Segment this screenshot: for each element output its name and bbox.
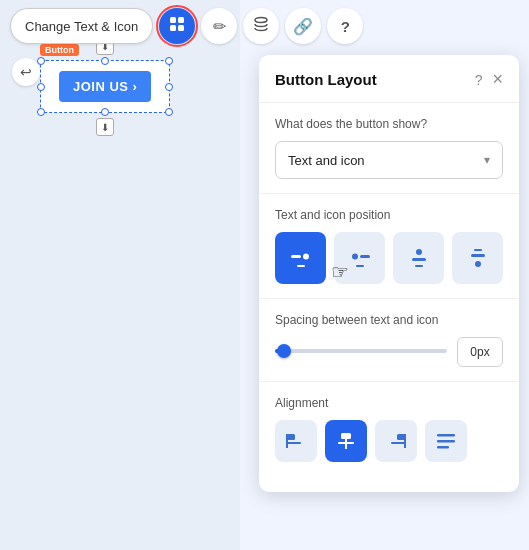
undo-button[interactable]: ↩ — [12, 58, 40, 86]
position-icon-right-button[interactable] — [275, 232, 326, 284]
spacing-row: 0px — [275, 337, 503, 367]
svg-rect-12 — [412, 258, 426, 261]
panel-header: Button Layout ? × — [259, 55, 519, 103]
help-button[interactable]: ? — [327, 8, 363, 44]
position-icon-top-button[interactable] — [393, 232, 444, 284]
svg-rect-1 — [178, 17, 184, 23]
position-label: Text and icon position — [275, 208, 503, 222]
panel-close-button[interactable]: × — [492, 69, 503, 90]
undo-icon: ↩ — [20, 64, 32, 80]
svg-rect-9 — [360, 255, 370, 258]
svg-point-8 — [352, 254, 358, 260]
canvas-button-inner: JOIN US › — [59, 71, 151, 102]
align-right-button[interactable] — [375, 420, 417, 462]
pen-icon: ✏ — [213, 17, 226, 36]
panel-header-icons: ? × — [475, 69, 503, 90]
layout-icon — [168, 15, 186, 37]
canvas-button[interactable]: ⬇ ⬇ JOIN US › — [40, 60, 170, 113]
svg-rect-18 — [287, 442, 301, 444]
panel-help-icon: ? — [475, 72, 483, 88]
svg-rect-26 — [437, 434, 455, 437]
spacing-slider[interactable] — [275, 349, 447, 355]
position-grid — [275, 232, 503, 284]
spacing-section: Spacing between text and icon 0px — [259, 299, 519, 382]
handle-ml — [37, 83, 45, 91]
link-icon: 🔗 — [293, 17, 313, 36]
spacing-label: Spacing between text and icon — [275, 313, 503, 327]
panel-help-button[interactable]: ? — [475, 72, 483, 88]
svg-point-11 — [416, 249, 422, 255]
help-icon: ? — [341, 18, 350, 35]
button-layout-panel: Button Layout ? × What does the button s… — [259, 55, 519, 492]
slider-thumb[interactable] — [277, 344, 291, 358]
position-section: Text and icon position — [259, 194, 519, 299]
layout-button[interactable] — [159, 8, 195, 44]
toolbar: Change Text & Icon ✏ 🔗 ? — [10, 8, 363, 44]
svg-rect-3 — [178, 25, 184, 31]
handle-mr — [165, 83, 173, 91]
handle-bl — [37, 108, 45, 116]
pen-button[interactable]: ✏ — [201, 8, 237, 44]
svg-point-4 — [255, 18, 267, 23]
svg-point-6 — [303, 254, 309, 260]
svg-rect-5 — [291, 255, 301, 258]
spacing-input[interactable]: 0px — [457, 337, 503, 367]
button-show-section: What does the button show? Text and icon… — [259, 103, 519, 194]
canvas-button-element: Button ⬇ ⬇ JOIN US › — [40, 60, 170, 113]
chevron-down-icon: ▾ — [484, 153, 490, 167]
dropdown-value: Text and icon — [288, 153, 365, 168]
svg-rect-17 — [287, 434, 295, 440]
position-icon-bottom-button[interactable] — [452, 232, 503, 284]
handle-tm — [101, 57, 109, 65]
svg-rect-2 — [170, 25, 176, 31]
position-icon-left-button[interactable] — [334, 232, 385, 284]
panel-title: Button Layout — [275, 71, 377, 88]
align-center-button[interactable] — [325, 420, 367, 462]
align-left-button[interactable] — [275, 420, 317, 462]
layers-button[interactable] — [243, 8, 279, 44]
align-justify-button[interactable] — [425, 420, 467, 462]
button-type-dropdown[interactable]: Text and icon ▾ — [275, 141, 503, 179]
layers-icon — [252, 15, 270, 37]
svg-rect-27 — [437, 440, 455, 443]
link-button[interactable]: 🔗 — [285, 8, 321, 44]
slider-track — [275, 349, 447, 353]
canvas-button-arrow: › — [133, 79, 138, 94]
svg-rect-14 — [471, 254, 485, 257]
close-icon: × — [492, 69, 503, 90]
change-text-icon-button[interactable]: Change Text & Icon — [10, 8, 153, 44]
download-handle-bottom[interactable]: ⬇ — [96, 118, 114, 136]
element-type-label: Button — [40, 44, 79, 56]
svg-rect-0 — [170, 17, 176, 23]
svg-point-15 — [475, 261, 481, 267]
svg-rect-28 — [437, 446, 449, 449]
what-label: What does the button show? — [275, 117, 503, 131]
handle-tl — [37, 57, 45, 65]
svg-rect-23 — [397, 434, 405, 440]
alignment-row — [275, 420, 503, 462]
alignment-section: Alignment — [259, 382, 519, 476]
canvas-button-text: JOIN US — [73, 79, 129, 94]
alignment-label: Alignment — [275, 396, 503, 410]
svg-rect-24 — [391, 442, 405, 444]
